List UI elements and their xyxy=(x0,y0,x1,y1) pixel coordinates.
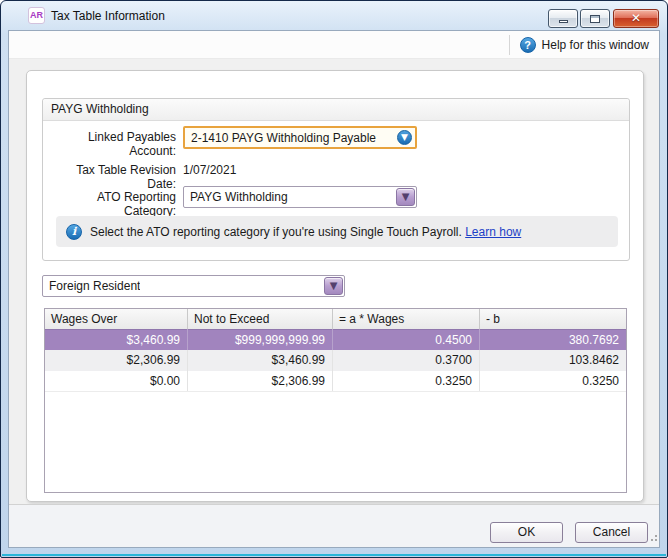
linked-payables-label: Linked Payables Account: xyxy=(51,130,176,158)
resize-grip[interactable] xyxy=(651,539,653,541)
table-header-row: Wages Over Not to Exceed = a * Wages - b xyxy=(45,309,626,329)
column-header[interactable]: = a * Wages xyxy=(333,309,480,329)
cell-a-wages: 0.3700 xyxy=(333,350,480,371)
cell-b: 380.7692 xyxy=(480,329,626,350)
client-area: ? Help for this window PAYG Withholding … xyxy=(8,30,660,548)
cell-b: 103.8462 xyxy=(480,350,626,371)
account-dropdown-arrow-icon[interactable]: ▼ xyxy=(397,130,412,145)
window-title: Tax Table Information xyxy=(51,9,165,23)
table-row[interactable]: $3,460.99 $999,999,999.99 0.4500 380.769… xyxy=(45,329,626,350)
maximize-button[interactable] xyxy=(580,9,610,28)
window-frame: AR Tax Table Information ✕ ? Help for th… xyxy=(0,0,668,558)
linked-payables-combobox[interactable]: 2-1410 PAYG Withholding Payable ▼ xyxy=(183,126,417,149)
cell-not-to-exceed: $3,460.99 xyxy=(188,350,333,371)
help-toolbar: ? Help for this window xyxy=(9,31,659,59)
linked-payables-value: 2-1410 PAYG Withholding Payable xyxy=(191,131,376,145)
cancel-button[interactable]: Cancel xyxy=(575,522,648,543)
learn-how-link[interactable]: Learn how xyxy=(465,225,521,239)
column-header[interactable]: - b xyxy=(480,309,626,329)
content-panel: PAYG Withholding Linked Payables Account… xyxy=(26,70,644,502)
column-header[interactable]: Wages Over xyxy=(45,309,188,329)
tax-scale-combobox[interactable]: Foreign Resident ▼ xyxy=(42,275,345,297)
tax-table: Wages Over Not to Exceed = a * Wages - b… xyxy=(44,308,627,493)
table-row[interactable]: $0.00 $2,306.99 0.3250 0.3250 xyxy=(45,371,626,392)
cell-wages-over: $2,306.99 xyxy=(45,350,188,371)
window-bottom-accent xyxy=(2,554,666,556)
info-text: Select the ATO reporting category if you… xyxy=(90,225,521,239)
table-row[interactable]: $2,306.99 $3,460.99 0.3700 103.8462 xyxy=(45,350,626,371)
close-button[interactable]: ✕ xyxy=(613,9,659,28)
ok-button[interactable]: OK xyxy=(490,522,563,543)
cell-not-to-exceed: $2,306.99 xyxy=(188,371,333,391)
column-header[interactable]: Not to Exceed xyxy=(188,309,333,329)
help-icon[interactable]: ? xyxy=(520,37,536,53)
cell-wages-over: $3,460.99 xyxy=(45,329,188,350)
revision-date-label: Tax Table Revision Date: xyxy=(51,163,176,191)
footer: OK Cancel xyxy=(9,505,659,547)
toolbar-separator xyxy=(509,35,510,55)
cell-b: 0.3250 xyxy=(480,371,626,391)
ato-category-label: ATO Reporting Category: xyxy=(51,190,176,218)
close-icon: ✕ xyxy=(614,10,658,27)
maximize-icon xyxy=(590,15,600,23)
info-icon: i xyxy=(66,224,82,240)
tax-scale-value: Foreign Resident xyxy=(49,279,140,293)
cell-not-to-exceed: $999,999,999.99 xyxy=(188,329,333,350)
ato-category-value: PAYG Withholding xyxy=(190,190,288,204)
cell-a-wages: 0.3250 xyxy=(333,371,480,391)
payg-groupbox: PAYG Withholding Linked Payables Account… xyxy=(42,98,630,261)
help-link[interactable]: Help for this window xyxy=(542,38,649,52)
minimize-button[interactable] xyxy=(548,9,578,28)
ato-category-combobox[interactable]: PAYG Withholding ▼ xyxy=(183,186,417,208)
cell-a-wages: 0.4500 xyxy=(333,329,480,350)
revision-date-value: 1/07/2021 xyxy=(183,163,236,177)
stp-info-bar: i Select the ATO reporting category if y… xyxy=(56,216,618,247)
chevron-down-icon[interactable]: ▼ xyxy=(396,188,415,206)
minimize-icon xyxy=(559,20,568,23)
groupbox-title: PAYG Withholding xyxy=(43,99,629,121)
cell-wages-over: $0.00 xyxy=(45,371,188,391)
app-icon: AR xyxy=(28,7,45,24)
chevron-down-icon[interactable]: ▼ xyxy=(324,277,343,295)
